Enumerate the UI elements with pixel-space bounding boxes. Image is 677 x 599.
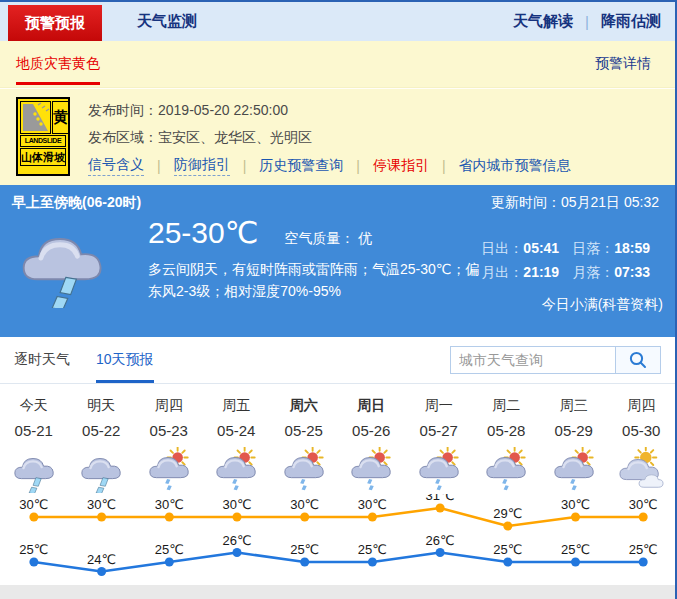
svg-text:25℃: 25℃ [561,542,590,557]
day-label[interactable]: 明天 [68,394,136,416]
bottom-scroll-strip[interactable] [0,585,675,599]
alert-section: 地质灾害黄色 预警详情 黄 LAND [0,41,675,185]
nav-links: 天气解读 | 降雨估测 [513,2,675,41]
sun-moon-times: 日出：05:41 日落：18:59 月出：21:19 月落：07:33 [481,240,663,282]
svg-text:30℃: 30℃ [87,497,116,512]
svg-text:29℃: 29℃ [493,506,522,521]
moonrise: 月出：21:19 [481,264,572,282]
alert-info: 发布时间：2019-05-20 22:50:00 发布区域：宝安区、龙华区、光明… [88,97,571,176]
day-label[interactable]: 今天 [0,394,68,416]
alert-links-divider: | [243,158,247,174]
day-label[interactable]: 周一 [405,394,473,416]
tab-weather-monitoring[interactable]: 天气监测 [120,2,214,41]
forecast-tab-row: 逐时天气 10天预报 [0,337,675,384]
alert-link[interactable]: 省内城市预警信息 [459,157,571,175]
alert-link[interactable]: 历史预警查询 [259,157,343,175]
publish-area-line: 发布区域：宝安区、龙华区、光明区 [88,124,571,151]
badge-type-en: LANDSLIDE [20,135,66,147]
date-label[interactable]: 05-29 [540,416,608,446]
svg-text:24℃: 24℃ [87,552,116,567]
svg-text:25℃: 25℃ [629,542,658,557]
date-label[interactable]: 05-25 [270,416,338,446]
svg-text:30℃: 30℃ [222,497,251,512]
day-labels-row: 今天明天周四周五周六周日周一周二周三周四 [0,384,675,416]
badge-type-cn: 山体滑坡 [20,148,66,166]
publish-time-value: 2019-05-20 22:50:00 [158,102,288,118]
weather-widget: 预警预报 天气监测 天气解读 | 降雨估测 地质灾害黄色 预警详情 [0,0,677,599]
alert-tab-row: 地质灾害黄色 预警详情 [0,41,675,88]
day-label[interactable]: 周四 [608,394,676,416]
date-label[interactable]: 05-26 [338,416,406,446]
svg-text:25℃: 25℃ [19,542,48,557]
alert-links-divider: | [442,158,446,174]
sun-cloud-rain-icon [135,446,203,494]
svg-text:30℃: 30℃ [561,497,590,512]
day-label[interactable]: 周日 [338,394,406,416]
date-label[interactable]: 05-28 [473,416,541,446]
tab-geological-hazard-yellow[interactable]: 地质灾害黄色 [16,41,100,87]
alert-link[interactable]: 停课指引 [373,157,429,175]
date-label[interactable]: 05-21 [0,416,68,446]
svg-text:31℃: 31℃ [426,494,455,503]
search-button[interactable] [615,346,661,374]
tab-warning-forecast[interactable]: 预警预报 [8,5,102,41]
svg-text:30℃: 30℃ [358,497,387,512]
city-search-input[interactable] [450,346,615,374]
forecast-period-label: 早上至傍晚(06-20时) [12,194,141,212]
svg-text:30℃: 30℃ [155,497,184,512]
svg-text:30℃: 30℃ [290,497,319,512]
temperature-chart: 30℃30℃30℃30℃30℃30℃31℃29℃30℃30℃25℃24℃25℃2… [0,494,677,584]
link-warning-details[interactable]: 预警详情 [595,55,651,73]
badge-level-char: 黄 [52,101,69,134]
tab-hourly-weather[interactable]: 逐时天气 [14,337,70,383]
moonset: 月落：07:33 [572,264,663,282]
alert-link[interactable]: 信号含义 [88,156,144,176]
sun-cloud-rain-icon [270,446,338,494]
ten-day-forecast: 今天明天周四周五周六周日周一周二周三周四 05-2105-2205-2305-2… [0,384,675,584]
day-label[interactable]: 周三 [540,394,608,416]
publish-area-label: 发布区域： [88,129,158,145]
date-label[interactable]: 05-24 [203,416,271,446]
current-weather-icon [16,216,108,308]
svg-text:25℃: 25℃ [493,542,522,557]
svg-text:25℃: 25℃ [290,542,319,557]
link-rainfall-estimate[interactable]: 降雨估测 [601,12,661,31]
alert-links-divider: | [356,158,360,174]
air-quality: 空气质量： 优 [284,230,372,248]
alert-body: 黄 LANDSLIDE 山体滑坡 发布时间：2019-05-20 22:50:0… [0,88,675,176]
day-label[interactable]: 周二 [473,394,541,416]
alert-links: 信号含义|防御指引|历史预警查询|停课指引|省内城市预警信息 [88,156,571,176]
landslide-warning-badge: 黄 LANDSLIDE 山体滑坡 [16,97,70,176]
svg-text:26℃: 26℃ [222,533,251,548]
date-label[interactable]: 05-22 [68,416,136,446]
svg-text:25℃: 25℃ [358,542,387,557]
publish-time-label: 发布时间： [88,102,158,118]
sun-cloud-rain-icon [473,446,541,494]
day-label[interactable]: 周四 [135,394,203,416]
nav-divider: | [585,13,589,30]
cloud-rain-icon [68,446,136,494]
publish-time-line: 发布时间：2019-05-20 22:50:00 [88,97,571,124]
sun-clouds-icon [608,446,676,494]
day-label[interactable]: 周五 [203,394,271,416]
svg-text:25℃: 25℃ [155,542,184,557]
alert-link[interactable]: 防御指引 [174,156,230,176]
search-icon [628,350,648,370]
publish-area-value: 宝安区、龙华区、光明区 [158,129,312,145]
svg-text:30℃: 30℃ [19,497,48,512]
date-label[interactable]: 05-23 [135,416,203,446]
tab-ten-day-forecast[interactable]: 10天预报 [96,337,154,383]
city-search [450,346,661,374]
svg-text:30℃: 30℃ [629,497,658,512]
current-weather-section: 早上至傍晚(06-20时) 更新时间：05月21日 05:32 25-30℃ 空… [0,185,675,337]
link-solar-term[interactable]: 今日小满(科普资料) [481,296,663,314]
date-label[interactable]: 05-27 [405,416,473,446]
link-weather-interpretation[interactable]: 天气解读 [513,12,573,31]
temperature-range: 25-30℃ [148,216,258,250]
sun-cloud-rain-icon [203,446,271,494]
sun-cloud-rain-icon [338,446,406,494]
landslide-pictogram-icon [20,101,51,134]
date-label[interactable]: 05-30 [608,416,676,446]
svg-text:26℃: 26℃ [426,533,455,548]
day-label[interactable]: 周六 [270,394,338,416]
